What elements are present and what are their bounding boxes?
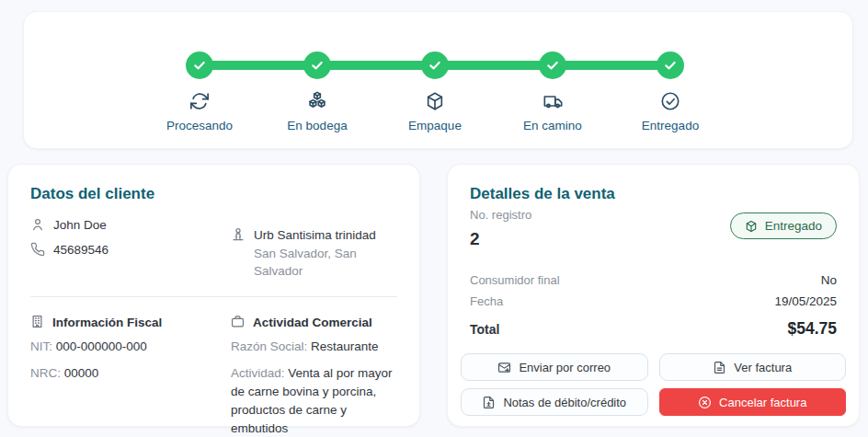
step-empaque: Empaque <box>376 39 494 132</box>
debit-credit-notes-button[interactable]: Notas de débito/crédito <box>461 388 648 416</box>
address-line1: Urb Santisima trinidad <box>254 228 376 242</box>
send-email-button[interactable]: Enviar por correo <box>461 353 648 381</box>
send-email-label: Enviar por correo <box>519 361 611 374</box>
truck-icon <box>542 91 564 113</box>
nit-line: NIT: 000-000000-000 <box>30 338 231 356</box>
status-badge: Entregado <box>730 213 837 239</box>
step-label: En camino <box>523 119 582 132</box>
fiscal-info-heading: Información Fiscal <box>52 316 162 329</box>
total-label: Total <box>470 322 499 337</box>
step-complete-check <box>539 52 566 79</box>
commercial-activity-heading: Actividad Comercial <box>253 316 372 329</box>
step-complete-check <box>303 52 331 79</box>
client-address-col: Urb Santisima trinidad San Salvador, San… <box>231 228 397 281</box>
address-line2: San Salvador, San Salvador <box>254 246 397 281</box>
x-circle-icon <box>698 396 712 409</box>
step-label: Procesando <box>166 119 233 132</box>
boxes-icon <box>307 91 327 113</box>
client-phone-line: 45689546 <box>30 243 231 257</box>
sale-actions: Enviar por correo Ver factura Notas de d… <box>461 353 846 416</box>
razon-social-value: Restaurante <box>311 339 379 353</box>
client-address: Urb Santisima trinidad San Salvador, San… <box>254 228 397 281</box>
fecha-value: 19/05/2025 <box>774 294 837 308</box>
debit-credit-notes-label: Notas de débito/crédito <box>503 396 626 409</box>
client-address-line: Urb Santisima trinidad San Salvador, San… <box>231 228 397 281</box>
package-icon <box>745 220 758 233</box>
nrc-label: NRC: <box>30 366 61 380</box>
sale-card-header: Detalles de la venta No. registro 2 Entr… <box>470 185 837 249</box>
check-icon <box>428 58 442 73</box>
check-icon <box>192 58 207 73</box>
client-card-title: Datos del cliente <box>30 185 397 203</box>
commercial-activity-col: Actividad Comercial Razón Social: Restau… <box>231 316 397 437</box>
check-icon <box>663 58 678 73</box>
commercial-activity-heading-line: Actividad Comercial <box>231 316 397 329</box>
sale-card-title: Detalles de la venta <box>470 185 837 203</box>
fiscal-info-heading-line: Información Fiscal <box>30 316 231 329</box>
step-label: Entregado <box>642 119 699 132</box>
client-name: John Doe <box>53 218 107 232</box>
refresh-icon <box>189 91 210 113</box>
consumidor-final-row: Consumidor final No <box>470 273 837 287</box>
cancel-invoice-button[interactable]: Cancelar factura <box>659 388 847 416</box>
nit-label: NIT: <box>30 339 52 353</box>
sale-details-card: Detalles de la venta No. registro 2 Entr… <box>447 164 860 427</box>
step-label: Empaque <box>408 119 462 132</box>
step-procesando: Procesando <box>141 39 258 132</box>
cancel-invoice-label: Cancelar factura <box>719 396 806 409</box>
client-name-line: John Doe <box>30 218 231 232</box>
fiscal-info-col: Información Fiscal NIT: 000-000000-000 N… <box>30 316 231 437</box>
step-en-camino: En camino <box>494 39 611 132</box>
total-value: $54.75 <box>787 319 837 339</box>
building-icon <box>30 315 44 328</box>
step-entregado: Entregado <box>611 39 729 132</box>
order-status-card: Procesando En bodega <box>23 11 853 149</box>
client-phone: 45689546 <box>53 243 108 257</box>
razon-social-label: Razón Social: <box>231 339 307 353</box>
client-contact-col: John Doe 45689546 <box>30 218 231 281</box>
status-badge-label: Entregado <box>765 219 822 233</box>
client-contact-section: John Doe 45689546 Urb Santisima trinidad… <box>30 218 397 281</box>
step-label: En bodega <box>287 119 347 132</box>
send-email-icon <box>497 361 511 374</box>
user-icon <box>30 217 45 232</box>
client-fiscal-section: Información Fiscal NIT: 000-000000-000 N… <box>30 316 397 437</box>
nit-value: 000-000000-000 <box>56 339 147 353</box>
sale-info-rows: Consumidor final No Fecha 19/05/2025 Tot… <box>470 273 837 339</box>
check-icon <box>545 58 560 73</box>
check-circle-icon <box>660 91 680 113</box>
step-complete-check <box>186 52 213 79</box>
briefcase-icon <box>231 315 245 328</box>
nrc-value: 00000 <box>64 366 99 380</box>
order-stepper: Procesando En bodega <box>141 39 729 132</box>
fecha-row: Fecha 19/05/2025 <box>470 294 837 308</box>
nrc-line: NRC: 00000 <box>30 364 231 383</box>
phone-icon <box>30 242 45 257</box>
actividad-line: Actividad: Venta al por mayor de carne b… <box>231 364 397 437</box>
consumidor-final-value: No <box>821 273 837 287</box>
step-complete-check <box>657 52 684 79</box>
client-data-card: Datos del cliente John Doe 45689546 <box>7 164 420 427</box>
location-user-icon <box>231 227 246 242</box>
razon-social-line: Razón Social: Restaurante <box>231 338 397 356</box>
view-invoice-button[interactable]: Ver factura <box>659 353 847 381</box>
check-icon <box>310 58 325 73</box>
fecha-label: Fecha <box>470 294 503 308</box>
file-icon <box>713 361 726 374</box>
view-invoice-label: Ver factura <box>734 361 792 374</box>
step-en-bodega: En bodega <box>258 39 376 132</box>
package-icon <box>425 91 445 113</box>
step-complete-check <box>421 52 449 79</box>
actividad-label: Actividad: <box>231 366 285 380</box>
file-plus-minus-icon <box>482 396 496 409</box>
client-card-divider <box>30 296 397 297</box>
total-row: Total $54.75 <box>470 319 837 339</box>
consumidor-final-label: Consumidor final <box>470 273 560 287</box>
